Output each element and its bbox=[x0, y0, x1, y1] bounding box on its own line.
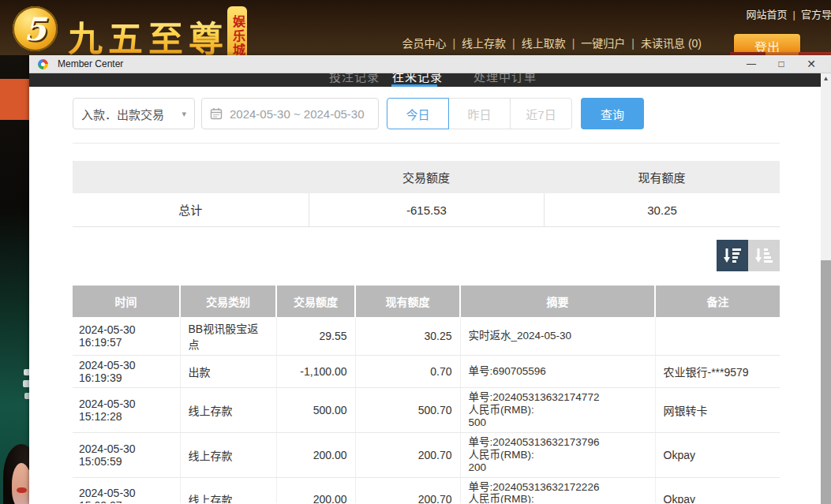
chevron-down-icon: ▾ bbox=[182, 109, 186, 119]
summary-header-row: 交易额度 现有额度 bbox=[73, 161, 780, 193]
sort-buttons bbox=[73, 240, 780, 271]
site-logo-title: 九五至尊 bbox=[68, 11, 229, 62]
col-summary: 摘要 bbox=[460, 286, 655, 317]
nav-separator: | bbox=[452, 37, 455, 50]
summary-total-label: 总计 bbox=[73, 193, 309, 226]
cell-time: 2024-05-30 15:12:28 bbox=[73, 388, 180, 433]
cell-time: 2024-05-30 15:03:27 bbox=[73, 477, 180, 503]
scrollbar-thumb[interactable] bbox=[821, 260, 831, 504]
summary-total-amount: -615.53 bbox=[309, 193, 545, 226]
records-tbody: 2024-05-30 16:19:57 BB视讯骰宝返点 29.55 30.25… bbox=[73, 317, 780, 503]
close-button[interactable]: ✕ bbox=[796, 55, 826, 73]
yesterday-button[interactable]: 昨日 bbox=[448, 98, 511, 129]
tab-bet-records[interactable]: 投注记录 bbox=[329, 73, 380, 84]
sort-descending-icon bbox=[723, 247, 742, 264]
cell-summary: 单号:202405313632173796 人民币(RMB): 200 bbox=[460, 432, 655, 477]
col-amount: 交易额度 bbox=[276, 286, 355, 317]
active-tab-underline bbox=[391, 84, 437, 87]
window-content: 投注记录 往来记录 处理中订单 入款．出款交易 ▾ bbox=[29, 73, 821, 503]
col-note: 备注 bbox=[655, 286, 780, 317]
cell-type: 线上存款 bbox=[180, 432, 276, 477]
cell-amount: -1,100.00 bbox=[276, 356, 355, 388]
top-links: 网站首页|官方导航 bbox=[747, 6, 831, 21]
background-orange-banner bbox=[0, 79, 29, 120]
table-row: 2024-05-30 16:19:39 出款 -1,100.00 0.70 单号… bbox=[73, 356, 780, 388]
tab-transaction-records[interactable]: 往来记录 bbox=[392, 73, 443, 84]
link-official-nav[interactable]: 官方导航 bbox=[801, 9, 831, 21]
sort-descending-button[interactable] bbox=[717, 240, 748, 271]
table-row: 2024-05-30 15:05:59 线上存款 200.00 200.70 单… bbox=[73, 432, 780, 477]
window-titlebar[interactable]: Member Center — □ ✕ bbox=[29, 55, 831, 73]
site-logo-badge: 娱乐城 bbox=[227, 6, 247, 62]
maximize-button[interactable]: □ bbox=[766, 55, 796, 73]
summary-header-balance: 现有额度 bbox=[544, 169, 780, 185]
window-controls: — □ ✕ bbox=[736, 55, 826, 73]
cell-time: 2024-05-30 15:05:59 bbox=[73, 432, 180, 477]
screen: 5 九五至尊 娱乐城 网站首页|官方导航 会员中心|线上存款|线上取款|一键归户… bbox=[0, 0, 831, 504]
section-divider bbox=[73, 143, 780, 144]
records-header-row: 时间 交易类别 交易额度 现有额度 摘要 备注 bbox=[73, 286, 780, 317]
date-range-input[interactable]: 2024-05-30 ~ 2024-05-30 bbox=[201, 98, 379, 129]
cell-amount: 200.00 bbox=[276, 432, 355, 477]
col-type: 交易类别 bbox=[180, 286, 276, 317]
tab-processing-orders[interactable]: 处理中订单 bbox=[474, 73, 537, 84]
tab-strip: 投注记录 往来记录 处理中订单 bbox=[29, 73, 821, 87]
cell-balance: 200.70 bbox=[355, 477, 460, 503]
table-row: 2024-05-30 15:03:27 线上存款 200.00 200.70 单… bbox=[73, 477, 780, 503]
cell-balance: 200.70 bbox=[355, 432, 460, 477]
cell-time: 2024-05-30 16:19:39 bbox=[73, 356, 180, 388]
cell-note: 农业银行-***9579 bbox=[655, 356, 780, 388]
nav-member-center[interactable]: 会员中心 bbox=[402, 37, 446, 50]
cell-note: Okpay bbox=[655, 477, 780, 503]
transaction-type-select[interactable]: 入款．出款交易 ▾ bbox=[73, 98, 195, 129]
summary-total-balance: 30.25 bbox=[544, 193, 780, 226]
promo-model-lips bbox=[17, 487, 27, 493]
transaction-type-value: 入款．出款交易 bbox=[81, 106, 164, 122]
promo-model-face bbox=[12, 463, 29, 504]
cell-summary: 实时返水_2024-05-30 bbox=[460, 317, 655, 356]
nav-unread-messages[interactable]: 未读讯息 (0) bbox=[641, 37, 702, 50]
cell-balance: 500.70 bbox=[355, 388, 460, 433]
cell-balance: 30.25 bbox=[355, 317, 460, 356]
minimize-button[interactable]: — bbox=[736, 55, 766, 73]
nav-online-withdraw[interactable]: 线上取款 bbox=[522, 37, 566, 50]
site-header: 5 九五至尊 娱乐城 网站首页|官方导航 会员中心|线上存款|线上取款|一键归户… bbox=[0, 0, 831, 55]
cell-type: 出款 bbox=[180, 356, 276, 388]
clipped-promo-text bbox=[24, 369, 29, 375]
nav-online-deposit[interactable]: 线上存款 bbox=[462, 37, 506, 50]
cell-note bbox=[655, 317, 780, 356]
cell-amount: 200.00 bbox=[276, 477, 355, 503]
cell-amount: 500.00 bbox=[276, 388, 355, 433]
summary-header-amount: 交易额度 bbox=[309, 169, 545, 185]
scroll-up-arrow-icon[interactable]: ▲ bbox=[821, 73, 831, 84]
cell-amount: 29.55 bbox=[276, 317, 355, 356]
cell-summary: 单号:690705596 bbox=[460, 356, 655, 388]
col-balance: 现有额度 bbox=[355, 286, 460, 317]
search-button[interactable]: 查询 bbox=[581, 98, 644, 129]
table-row: 2024-05-30 16:19:57 BB视讯骰宝返点 29.55 30.25… bbox=[73, 317, 780, 356]
cell-time: 2024-05-30 16:19:57 bbox=[73, 317, 180, 356]
cell-type: BB视讯骰宝返点 bbox=[180, 317, 276, 356]
cell-summary: 单号:202405313632172226 人民币(RMB): 200 bbox=[460, 477, 655, 503]
nav-separator: | bbox=[512, 37, 515, 50]
cell-balance: 0.70 bbox=[355, 356, 460, 388]
nav-separator: | bbox=[572, 37, 575, 50]
col-time: 时间 bbox=[73, 286, 180, 317]
cell-summary: 单号:202405313632174772 人民币(RMB): 500 bbox=[460, 388, 655, 433]
link-site-home[interactable]: 网站首页 bbox=[747, 9, 788, 21]
filter-row: 入款．出款交易 ▾ 2024-05-30 ~ 2024-05-30 bbox=[73, 98, 780, 129]
quick-range-group: 今日 昨日 近7日 bbox=[387, 98, 572, 129]
clipped-promo-text bbox=[23, 380, 29, 387]
summary-total-row: 总计 -615.53 30.25 bbox=[73, 193, 780, 227]
today-button[interactable]: 今日 bbox=[387, 98, 449, 129]
vertical-scrollbar[interactable]: ▲ bbox=[821, 73, 831, 504]
main-content: 入款．出款交易 ▾ 2024-05-30 ~ 2024-05-30 bbox=[29, 87, 821, 503]
sort-ascending-button[interactable] bbox=[748, 240, 780, 271]
nav-one-key-transfer[interactable]: 一键归户 bbox=[581, 37, 625, 50]
records-table: 时间 交易类别 交易额度 现有额度 摘要 备注 2024-05-30 16:19… bbox=[73, 286, 780, 503]
table-row: 2024-05-30 15:12:28 线上存款 500.00 500.70 单… bbox=[73, 388, 780, 433]
site-logo-icon: 5 bbox=[13, 6, 58, 51]
background-art bbox=[0, 55, 29, 504]
last7days-button[interactable]: 近7日 bbox=[510, 98, 572, 129]
cell-type: 线上存款 bbox=[180, 388, 276, 433]
